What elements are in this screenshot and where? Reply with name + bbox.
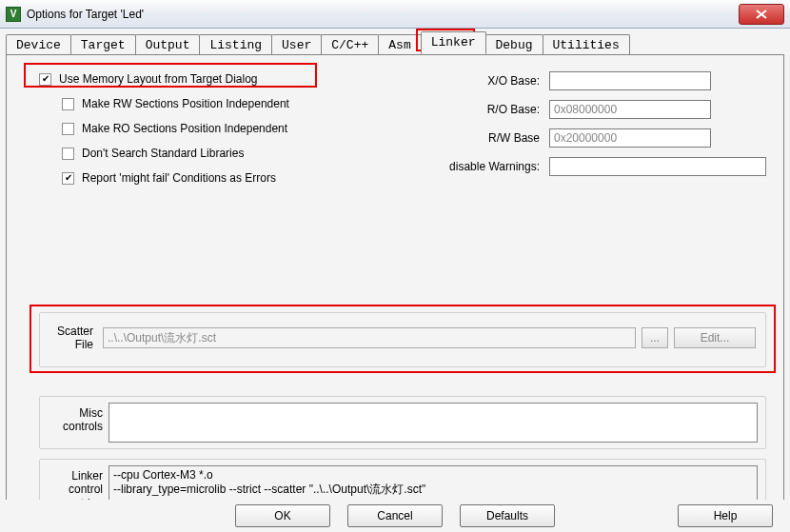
make-ro-row: Make RO Sections Position Independent bbox=[62, 118, 401, 139]
report-might-fail-row: Report 'might fail' Conditions as Errors bbox=[62, 167, 401, 188]
make-rw-label: Make RW Sections Position Independent bbox=[82, 97, 289, 110]
tab-panel-linker: Use Memory Layout from Target Dialog Mak… bbox=[6, 54, 784, 509]
make-ro-label: Make RO Sections Position Independent bbox=[82, 122, 287, 135]
ro-base-label: R/O Base: bbox=[416, 103, 549, 116]
titlebar: V Options for Target 'Led' bbox=[0, 0, 790, 29]
xo-base-label: X/O Base: bbox=[416, 74, 549, 88]
dialog-button-row: OK Cancel Defaults Help bbox=[0, 500, 790, 532]
ro-base-input bbox=[549, 100, 711, 119]
rw-base-input bbox=[549, 128, 711, 148]
report-might-fail-label: Report 'might fail' Conditions as Errors bbox=[82, 171, 276, 185]
tab-debug[interactable]: Debug bbox=[485, 34, 543, 55]
tab-target[interactable]: Target bbox=[70, 34, 136, 55]
tab-cpp[interactable]: C/C++ bbox=[321, 34, 379, 55]
scatter-file-group: Scatter File ... Edit... bbox=[39, 312, 766, 367]
tab-linker[interactable]: Linker bbox=[421, 31, 486, 54]
tab-output[interactable]: Output bbox=[135, 34, 201, 55]
tab-user[interactable]: User bbox=[271, 34, 322, 55]
misc-controls-label: Misc controls bbox=[48, 403, 103, 443]
rw-base-label: R/W Base bbox=[416, 131, 549, 145]
tab-utilities[interactable]: Utilities bbox=[543, 34, 630, 55]
use-memory-layout-label: Use Memory Layout from Target Dialog bbox=[59, 72, 258, 86]
close-icon bbox=[756, 10, 767, 19]
dialog-client: Device Target Output Listing User C/C++ … bbox=[0, 29, 790, 532]
misc-controls-group: Misc controls bbox=[39, 396, 766, 449]
misc-controls-textarea[interactable] bbox=[109, 403, 758, 443]
tab-strip: Device Target Output Listing User C/C++ … bbox=[6, 33, 784, 54]
scatter-edit-button: Edit... bbox=[674, 327, 756, 348]
tab-asm[interactable]: Asm bbox=[378, 34, 421, 55]
disable-warnings-input[interactable] bbox=[549, 157, 766, 176]
window-title: Options for Target 'Led' bbox=[27, 8, 739, 21]
use-memory-layout-checkbox[interactable] bbox=[39, 73, 51, 86]
dont-search-checkbox[interactable] bbox=[62, 148, 74, 160]
tab-device[interactable]: Device bbox=[6, 34, 71, 55]
tab-listing[interactable]: Listing bbox=[199, 34, 272, 55]
dont-search-row: Don't Search Standard Libraries bbox=[62, 143, 401, 164]
dont-search-label: Don't Search Standard Libraries bbox=[82, 147, 244, 160]
defaults-button[interactable]: Defaults bbox=[460, 504, 555, 527]
scatter-file-input bbox=[103, 327, 636, 348]
ok-button[interactable]: OK bbox=[235, 504, 330, 527]
scatter-file-label: Scatter File bbox=[49, 325, 97, 352]
cancel-button[interactable]: Cancel bbox=[347, 504, 443, 527]
make-rw-checkbox[interactable] bbox=[62, 98, 74, 110]
make-rw-row: Make RW Sections Position Independent bbox=[62, 93, 401, 114]
use-memory-layout-row: Use Memory Layout from Target Dialog bbox=[39, 69, 401, 89]
xo-base-input bbox=[549, 71, 711, 90]
app-icon: V bbox=[6, 7, 21, 22]
make-ro-checkbox[interactable] bbox=[62, 123, 74, 135]
disable-warnings-label: disable Warnings: bbox=[416, 160, 549, 173]
close-button[interactable] bbox=[739, 4, 784, 25]
linker-left-column: Use Memory Layout from Target Dialog Mak… bbox=[39, 69, 401, 192]
scatter-browse-button: ... bbox=[642, 327, 668, 348]
report-might-fail-checkbox[interactable] bbox=[62, 172, 74, 185]
help-button[interactable]: Help bbox=[678, 504, 773, 527]
linker-right-column: X/O Base: R/O Base: R/W Base disable War… bbox=[416, 69, 766, 183]
